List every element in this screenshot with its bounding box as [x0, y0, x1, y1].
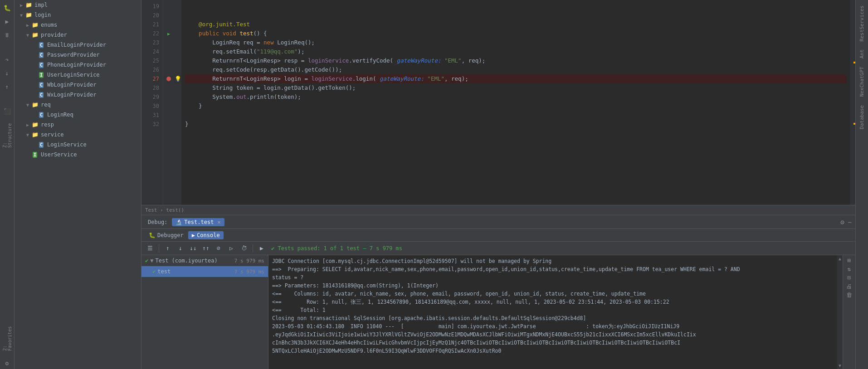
sidebar-item-ant[interactable]: Ant — [858, 46, 866, 62]
tree-label-provider: provider — [41, 32, 67, 38]
code-line-32: } — [185, 120, 846, 129]
tree-label-loginservice: LoginService — [47, 141, 87, 148]
tree-item-loginreq[interactable]: C LoginReq — [15, 110, 141, 120]
tree-label-service: service — [41, 131, 64, 138]
tree-item-impl[interactable]: ▶ 📁 impl — [15, 0, 141, 10]
code-line-29: System.out.println(token); — [185, 92, 846, 102]
tree-label-email: EmailLoginProvider — [47, 42, 106, 48]
class-icon-password: C — [37, 52, 45, 58]
timer-btn[interactable]: ⏱ — [239, 243, 249, 253]
step-down2-btn[interactable]: ↓↓ — [188, 243, 198, 253]
class-icon-loginservice: C — [37, 141, 45, 148]
suite-check-icon: ✔ — [145, 257, 148, 264]
scroll-indicator-2 — [853, 123, 855, 125]
scroll-down-btn[interactable]: ▼ — [838, 362, 842, 369]
console-line-5: <== Columns: id, avatar, nick_name, sex,… — [272, 290, 834, 298]
step-out-icon[interactable]: ↑ — [1, 81, 13, 92]
console-scroll-lock-icon[interactable]: ⇅ — [848, 266, 851, 272]
code-line-23: LoginReq req = new LoginReq(); — [185, 38, 846, 47]
console-line-10: .eyJqdGkiOiIxIiwic3ViIjoie1wiwiY3JlYXRlV… — [272, 330, 834, 339]
structure-icon[interactable]: Z: Structure — [1, 130, 13, 141]
tree-item-phoneloginprovider[interactable]: C PhoneLoginProvider — [15, 60, 141, 70]
step-over-icon[interactable]: ↷ — [1, 53, 13, 65]
settings-debug-icon[interactable]: ⚙ — [840, 218, 844, 226]
tab-test-test[interactable]: 🔬 Test.test ✕ — [172, 218, 224, 226]
console-print-icon[interactable]: 🖨 — [846, 283, 852, 290]
tree-item-loginservice[interactable]: C LoginService — [15, 140, 141, 150]
code-line-26: req.setCode(resp.getData().getCode()); — [185, 65, 846, 74]
console-line-7: <== Total: 1 — [272, 306, 834, 314]
settings-bottom-icon[interactable]: ⚙ — [1, 357, 13, 369]
step-up2-btn[interactable]: ↑↑ — [201, 243, 211, 253]
method-label: test — [157, 268, 171, 275]
step-down-btn[interactable]: ↓ — [176, 243, 185, 253]
class-icon-userservice: I — [31, 151, 39, 158]
console-output[interactable]: JDBC Connection [com.mysql.cj.jdbc.Conne… — [268, 255, 837, 369]
tree-label-wb: WbLoginProvider — [47, 82, 96, 88]
editor-scrollbar[interactable] — [850, 0, 855, 205]
tree-item-service[interactable]: ▼ 📁 service — [15, 130, 141, 140]
tree-item-resp[interactable]: ▶ 📁 resp — [15, 120, 141, 130]
scroll-up-btn[interactable]: ▲ — [838, 255, 842, 262]
console-scrollbar[interactable]: ▲ ▼ — [837, 255, 843, 369]
folder-icon-service: 📁 — [31, 131, 39, 138]
console-settings-icon[interactable]: ⊞ — [848, 257, 851, 264]
tree-item-wxloginprovider[interactable]: C WxLoginProvider — [15, 90, 141, 100]
tree-item-req[interactable]: ▼ 📁 req — [15, 100, 141, 110]
tree-item-userservice[interactable]: I UserService — [15, 150, 141, 160]
close-tab-icon[interactable]: ✕ — [217, 219, 220, 225]
warning-icon-27[interactable]: 💡 — [175, 76, 181, 82]
next-arrow-btn[interactable]: ▶ — [257, 243, 267, 253]
folder-icon-resp: 📁 — [31, 121, 39, 128]
test-tab-label: Test.test — [184, 219, 214, 225]
tree-arrow-resp: ▶ — [24, 122, 31, 127]
favorites-icon[interactable]: 2: Favorites — [1, 333, 13, 345]
tree-item-provider[interactable]: ▼ 📁 provider — [15, 30, 141, 40]
step-stop-btn[interactable]: ⊘ — [214, 243, 224, 253]
console-line-11: cInBhc3N3b3JkXCI6XCJ4eHh4eHhcIiwiLFwicGh… — [272, 339, 834, 347]
breakpoint-27[interactable] — [166, 77, 171, 81]
test-method-item[interactable]: ✔ test 7 s 979 ms — [141, 266, 268, 277]
tab-debugger[interactable]: 🐛 Debugger — [145, 231, 187, 239]
method-test: test — [239, 29, 253, 38]
console-clear-icon[interactable]: 🗑 — [846, 291, 852, 298]
code-line-24: req.setEmail("119@qq.com"); — [185, 47, 846, 56]
filter-btn[interactable]: ☰ — [145, 243, 155, 253]
step-into-icon[interactable]: ↓ — [1, 67, 13, 79]
console-filter-icon[interactable]: ⊟ — [848, 274, 851, 281]
tree-item-userloginservice[interactable]: I UserLoginService — [15, 70, 141, 80]
class-icon-userlogin: I — [37, 72, 45, 78]
tree-label-enums: enums — [41, 22, 57, 28]
file-tree: ▶ 📁 impl ▼ 📁 login ▶ 📁 enums ▼ 📁 provide… — [15, 0, 141, 369]
step-up-btn[interactable]: ↑ — [163, 243, 173, 253]
resume-icon[interactable]: ▶ — [1, 15, 13, 27]
test-suite-item[interactable]: ✔ ▼ Test (com.iyourtea) 7 s 979 ms — [141, 255, 268, 266]
tree-item-passwordprovider[interactable]: C PasswordProvider — [15, 50, 141, 60]
pause-icon[interactable]: ⏸ — [1, 29, 13, 41]
tab-console[interactable]: ▶ Console — [188, 231, 224, 239]
sidebar-item-nexchatgpt[interactable]: NexChatGPT — [858, 63, 866, 100]
minimize-debug-icon[interactable]: − — [848, 218, 852, 226]
test-tab-icon: 🔬 — [176, 219, 182, 225]
code-line-22: public void test() { — [185, 29, 846, 38]
code-line-31 — [185, 111, 846, 120]
code-area[interactable]: @org.junit.Test public void test() { Log… — [181, 0, 850, 205]
console-line-12: 5NTQxLCJleHAiOjE2ODMwMzU5NDF9.l6F0nL59I3… — [272, 347, 834, 355]
tree-item-wbloginprovider[interactable]: C WbLoginProvider — [15, 80, 141, 90]
kw-void: void — [223, 29, 240, 38]
tree-arrow-service: ▼ — [24, 132, 31, 137]
tree-item-enums[interactable]: ▶ 📁 enums — [15, 20, 141, 30]
debug-icon[interactable]: 🐛 — [1, 2, 13, 14]
tree-item-emailloginprovider[interactable]: C EmailLoginProvider — [15, 40, 141, 50]
sidebar-item-restservices[interactable]: RestServices — [858, 2, 866, 45]
console-line-8: Closing non transactional SqlSession [or… — [272, 314, 834, 322]
breadcrumb-bar: Test › test() — [141, 205, 855, 215]
run-test-icon[interactable]: ▶ — [167, 31, 170, 36]
tree-label-userservice: UserService — [41, 151, 77, 158]
tree-item-login[interactable]: ▼ 📁 login — [15, 10, 141, 20]
scroll-indicator — [853, 62, 855, 63]
console-line-1: JDBC Connection [com.mysql.cj.jdbc.Conne… — [272, 257, 834, 265]
step-next-btn[interactable]: ▷ — [226, 243, 236, 253]
stop-icon[interactable]: ⬛ — [1, 105, 13, 117]
sidebar-item-database[interactable]: Database — [858, 102, 866, 133]
